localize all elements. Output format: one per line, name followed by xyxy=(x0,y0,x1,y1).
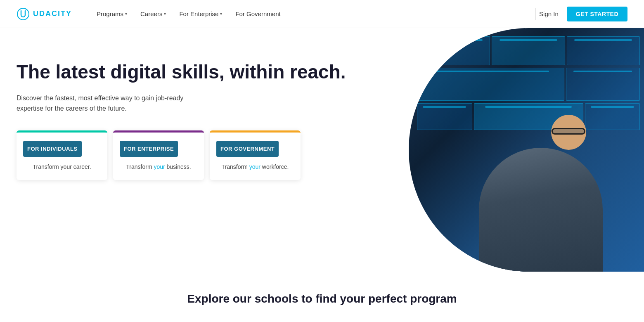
card-government: FOR GOVERNMENT Transform your workforce. xyxy=(210,130,301,180)
person-figure xyxy=(479,107,603,272)
government-tagline: Transform your workforce. xyxy=(210,163,301,170)
get-started-button[interactable]: GET STARTED xyxy=(567,7,627,21)
monitor-block xyxy=(417,36,490,65)
chevron-down-icon: ▾ xyxy=(125,12,127,16)
tab-business[interactable]: BUSINESS xyxy=(127,319,169,322)
cards-row: FOR INDIVIDUALS Transform your career. F… xyxy=(17,130,353,180)
udacity-logo-icon xyxy=(17,7,30,21)
nav-enterprise[interactable]: For Enterprise ▾ xyxy=(179,10,222,17)
tab-cybersecurity[interactable]: CYBERSECURITY xyxy=(420,319,481,322)
sign-in-link[interactable]: Sign In xyxy=(539,10,559,17)
hero-image-bg xyxy=(409,28,644,272)
monitor-row xyxy=(417,36,640,65)
monitor-block xyxy=(417,103,472,130)
government-tagline-highlight: your xyxy=(249,163,260,170)
tab-programming[interactable]: PROGRAMMING xyxy=(71,319,127,322)
person-body xyxy=(479,148,603,272)
logo-text: UDACITY xyxy=(33,9,72,18)
schools-tabs: DATA SCIENCE PROGRAMMING BUSINESS ARTIFI… xyxy=(17,319,627,322)
nav-right: Sign In GET STARTED xyxy=(539,7,627,21)
tab-autonomous-systems[interactable]: AUTONOMOUS SYSTEMS xyxy=(256,319,337,322)
tab-data-science[interactable]: DATA SCIENCE xyxy=(17,319,71,322)
tab-cloud-computing[interactable]: CLOUD COMPUTING xyxy=(481,319,549,322)
enterprise-tagline: Transform your business. xyxy=(113,163,204,170)
navbar: UDACITY Programs ▾ Careers ▾ For Enterpr… xyxy=(0,0,644,28)
schools-title: Explore our schools to find your perfect… xyxy=(17,292,627,305)
monitor-block xyxy=(566,68,640,101)
hero-left: The latest digital skills, within reach.… xyxy=(17,53,353,180)
hero-title: The latest digital skills, within reach. xyxy=(17,61,353,83)
tab-product-management[interactable]: PRODUCT MANAGEMENT xyxy=(337,319,420,322)
for-government-button[interactable]: FOR GOVERNMENT xyxy=(216,141,279,157)
individuals-tagline: Transform your career. xyxy=(17,163,107,170)
nav-divider xyxy=(535,8,536,20)
enterprise-tagline-highlight: your xyxy=(154,163,165,170)
monitor-block xyxy=(492,36,565,65)
hero-subtitle: Discover the fastest, most effective way… xyxy=(17,93,190,114)
chevron-down-icon: ▾ xyxy=(220,12,222,16)
card-individuals: FOR INDIVIDUALS Transform your career. xyxy=(17,130,107,180)
for-individuals-button[interactable]: FOR INDIVIDUALS xyxy=(23,141,82,157)
monitor-row xyxy=(417,68,640,101)
nav-government[interactable]: For Government xyxy=(235,10,280,17)
card-enterprise: FOR ENTERPRISE Transform your business. xyxy=(113,130,204,180)
hero-section: The latest digital skills, within reach.… xyxy=(0,28,644,272)
nav-careers[interactable]: Careers ▾ xyxy=(140,10,166,17)
hero-image xyxy=(409,28,644,272)
schools-section: Explore our schools to find your perfect… xyxy=(0,272,644,322)
monitor-block xyxy=(417,68,564,101)
tab-artificial-intelligence[interactable]: ARTIFICIAL INTELLIGENCE xyxy=(169,319,256,322)
nav-links: Programs ▾ Careers ▾ For Enterprise ▾ Fo… xyxy=(97,10,532,17)
chevron-down-icon: ▾ xyxy=(164,12,166,16)
monitor-block xyxy=(567,36,640,65)
logo[interactable]: UDACITY xyxy=(17,7,72,21)
for-enterprise-button[interactable]: FOR ENTERPRISE xyxy=(120,141,178,157)
person-glasses xyxy=(552,128,585,135)
nav-programs[interactable]: Programs ▾ xyxy=(97,10,127,17)
